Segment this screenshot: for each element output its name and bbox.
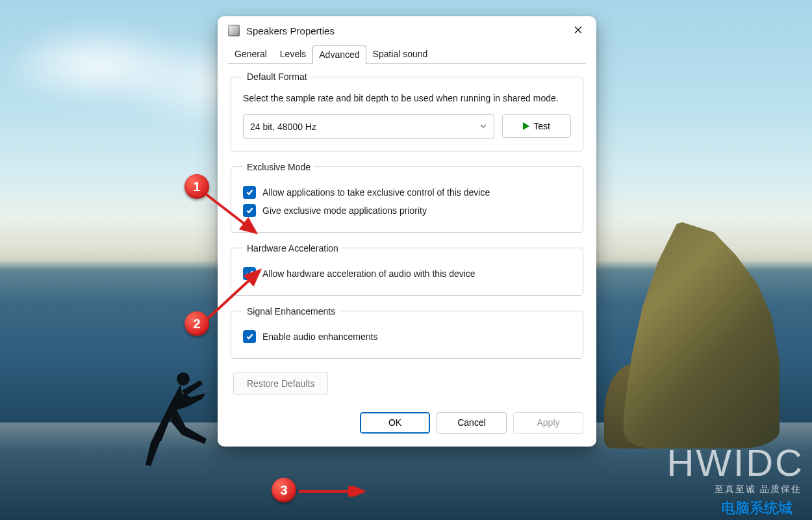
title-bar: Speakers Properties [218,16,596,45]
checkbox-allow-exclusive[interactable]: Allow applications to take exclusive con… [243,184,571,201]
watermark-text: HWIDC [666,441,804,484]
chevron-down-icon [479,122,487,132]
legend-hardware-acceleration: Hardware Acceleration [243,243,342,254]
tab-general[interactable]: General [228,45,273,63]
audio-enhancements-label: Enable audio enhancements [262,332,377,342]
close-icon [574,26,582,36]
legend-signal-enhancements: Signal Enhancements [243,306,339,317]
checkmark-icon [243,267,256,280]
legend-exclusive-mode: Exclusive Mode [243,162,314,172]
hardware-accel-label: Allow hardware acceleration of audio wit… [262,268,476,279]
tab-panel-advanced: Default Format Select the sample rate an… [228,63,586,404]
cancel-button[interactable]: Cancel [437,412,507,434]
tab-spatial-sound[interactable]: Spatial sound [366,45,435,63]
checkbox-exclusive-priority[interactable]: Give exclusive mode applications priorit… [243,202,571,219]
ok-button[interactable]: OK [360,412,430,434]
sample-rate-selected: 24 bit, 48000 Hz [250,122,316,132]
speakers-properties-dialog: Speakers Properties General Levels Advan… [218,16,596,447]
exclusive-priority-label: Give exclusive mode applications priorit… [262,205,427,216]
apply-button[interactable]: Apply [513,412,583,434]
tab-levels[interactable]: Levels [273,45,312,63]
group-hardware-acceleration: Hardware Acceleration Allow hardware acc… [231,243,583,296]
test-button[interactable]: Test [502,114,571,138]
checkbox-hardware-accel[interactable]: Allow hardware acceleration of audio wit… [243,265,571,282]
group-signal-enhancements: Signal Enhancements Enable audio enhance… [231,306,583,359]
test-button-label: Test [533,121,550,131]
checkmark-icon [243,330,256,343]
watermark-logo: 电脑系统城 [721,499,793,518]
sample-rate-dropdown[interactable]: 24 bit, 48000 Hz [243,114,494,139]
restore-defaults-button[interactable]: Restore Defaults [233,372,328,395]
tabs: General Levels Advanced Spatial sound [218,45,596,63]
group-exclusive-mode: Exclusive Mode Allow applications to tak… [231,162,583,233]
allow-exclusive-label: Allow applications to take exclusive con… [262,187,490,198]
checkmark-icon [243,186,256,199]
checkmark-icon [243,204,256,217]
watermark-subtitle: 至真至诚 品质保住 [715,484,802,495]
legend-default-format: Default Format [243,72,311,82]
dialog-footer: OK Cancel Apply [218,404,596,447]
annotation-badge-3: 3 [272,478,296,502]
default-format-description: Select the sample rate and bit depth to … [243,92,571,105]
speaker-icon [228,25,240,36]
window-title: Speakers Properties [246,25,564,36]
annotation-badge-1: 1 [184,174,209,199]
tab-advanced[interactable]: Advanced [312,46,366,64]
checkbox-audio-enhancements[interactable]: Enable audio enhancements [243,328,571,345]
close-button[interactable] [564,20,592,41]
play-icon [523,122,529,130]
group-default-format: Default Format Select the sample rate an… [231,72,583,151]
annotation-badge-2: 2 [184,311,209,336]
svg-point-0 [177,372,190,385]
